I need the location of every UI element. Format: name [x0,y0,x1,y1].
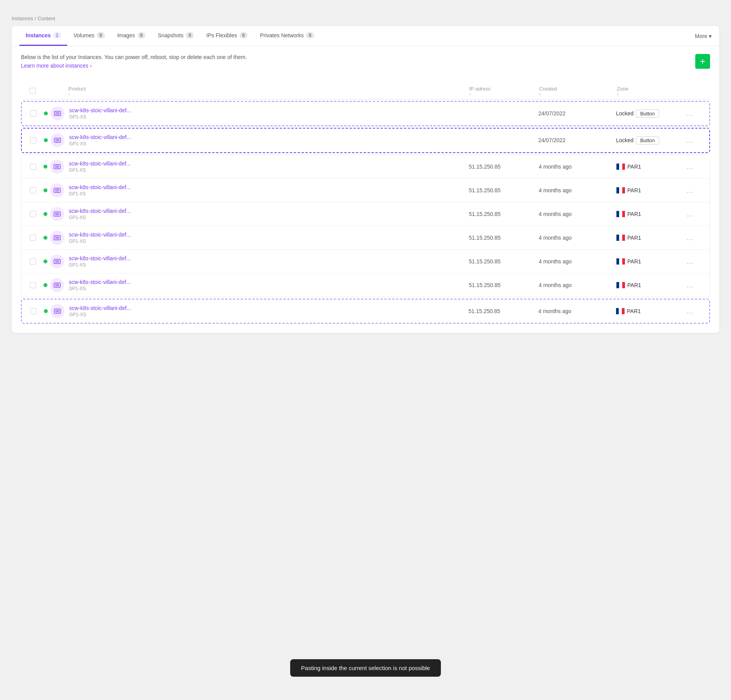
toast-message: Pasting inside the current selection is … [290,659,441,677]
zone-cell-5: PAR1 [616,211,686,217]
svg-point-23 [57,285,57,286]
row-more-button-2[interactable]: … [686,136,693,145]
status-indicator-3 [44,165,47,169]
add-instance-button[interactable]: + [695,54,710,69]
created-cell-6: 4 months ago [539,235,616,241]
instance-icon-3 [50,160,64,174]
instance-name-5[interactable]: scw-k8s-stoic-villani-def... [69,208,469,214]
created-cell-1: 24/07/2022 [538,110,616,117]
tab-snapshots-badge: 8 [186,32,194,38]
row-more-button-8[interactable]: … [686,281,694,289]
tab-ips-label: IPs Flexibles [206,32,237,38]
row-checkbox-5[interactable] [30,211,36,217]
created-cell-7: 4 months ago [539,258,616,265]
row-checkbox-9[interactable] [30,308,37,314]
svg-point-26 [57,311,58,312]
row-more-button-9[interactable]: … [686,307,693,315]
instance-icon-1 [50,106,64,120]
zone-cell-6: PAR1 [616,235,686,241]
zone-cell-3: PAR1 [616,164,686,170]
table-row: scw-k8s-stoic-villani-def...GP1-XS 51.15… [21,250,710,273]
tab-images[interactable]: Images 8 [111,26,152,46]
row-checkbox-1[interactable] [30,110,37,117]
zone-header: Zone [617,86,687,92]
row-checkbox-6[interactable] [30,235,36,241]
breadcrumb: Instances / Content [12,16,719,21]
ip-sort-icon[interactable]: ▵ [469,92,539,96]
row-more-button-5[interactable]: … [686,210,694,218]
table-row: scw-k8s-stoic-villani-def...GP1-XS 51.15… [22,300,709,323]
ip-cell-4: 51.15.250.85 [469,187,539,193]
row-checkbox-7[interactable] [30,258,36,265]
created-cell-9: 4 months ago [538,308,616,314]
tab-instances-label: Instances [26,32,51,38]
row-checkbox-4[interactable] [30,187,36,193]
table-row: scw-k8s-stoic-villani-def... GP1-XS 24/0… [22,102,709,125]
ip-header: IP adress [469,86,539,92]
france-flag-icon [616,164,625,170]
tab-snapshots-label: Snapshots [158,32,183,38]
created-cell-3: 4 months ago [539,164,616,170]
row-more-button-7[interactable]: … [686,258,694,266]
tab-images-badge: 8 [137,32,146,38]
instance-name-2[interactable]: scw-k8s-stoic-villani-def... [69,134,468,140]
row-checkbox-2[interactable] [30,137,37,143]
row-group-1: scw-k8s-stoic-villani-def... GP1-XS 24/0… [21,101,710,126]
instance-type-9: GP1-XS [69,312,468,317]
table-row: scw-k8s-stoic-villani-def... GP1-XS 24/0… [22,129,709,152]
zone-cell-9: PAR1 [616,308,686,314]
zone-cell-2: Locked Button [616,136,686,145]
row-more-button-3[interactable]: … [686,163,694,171]
instance-name-3[interactable]: scw-k8s-stoic-villani-def... [69,160,469,167]
svg-point-11 [57,190,57,191]
row-checkbox-8[interactable] [30,282,36,288]
learn-more-link[interactable]: Learn more about instances › [21,63,92,69]
instance-name-8[interactable]: scw-k8s-stoic-villani-def... [69,279,469,285]
ip-cell-8: 51.15.250.85 [469,282,539,288]
tab-volumes-badge: 8 [97,32,105,38]
ip-cell-5: 51.15.250.85 [469,211,539,217]
instance-name-4[interactable]: scw-k8s-stoic-villani-def... [69,184,469,190]
tab-ips[interactable]: IPs Flexibles 8 [200,26,254,46]
created-cell-2: 24/07/2022 [538,137,616,143]
table-row: scw-k8s-stoic-villani-def...GP1-XS 51.15… [21,273,710,297]
instance-icon-2 [50,133,64,147]
created-sort-icon[interactable]: ▵ [539,92,617,96]
locked-button-2[interactable]: Button [636,136,659,145]
france-flag-icon [616,282,625,288]
status-indicator-4 [44,188,47,192]
tab-snapshots[interactable]: Snapshots 8 [151,26,200,46]
instance-name-6[interactable]: scw-k8s-stoic-villani-def... [69,232,469,238]
more-menu[interactable]: More ▾ [695,33,712,39]
instance-name-7[interactable]: scw-k8s-stoic-villani-def... [69,255,469,261]
status-indicator-7 [44,259,47,263]
instance-name-9[interactable]: scw-k8s-stoic-villani-def... [69,305,468,311]
zone-sort-icon[interactable]: ▵ [617,92,687,96]
instance-name-1[interactable]: scw-k8s-stoic-villani-def... [69,107,468,113]
tab-volumes[interactable]: Volumes 8 [67,26,111,46]
row-more-button-4[interactable]: … [686,186,694,195]
svg-point-20 [57,261,57,262]
row-checkbox-3[interactable] [30,164,36,170]
row-more-button-6[interactable]: … [686,234,694,242]
product-sort-icon[interactable]: ▵ [68,92,469,96]
tab-instances[interactable]: Instances 1 [19,26,67,46]
instance-icon-7 [50,254,64,268]
chevron-down-icon: ▾ [709,33,712,39]
row-more-button-1[interactable]: … [686,110,693,118]
ip-cell-3: 51.15.250.85 [469,164,539,170]
svg-point-5 [57,140,58,141]
status-indicator-2 [44,138,48,142]
status-indicator-1 [44,111,48,115]
table-header: Product ▵ IP adress ▵ Created ▵ Zone ▵ [21,83,710,99]
france-flag-icon [616,308,625,314]
zone-cell-4: PAR1 [616,187,686,193]
select-all-checkbox[interactable] [30,88,36,94]
rows-normal-group: scw-k8s-stoic-villani-def...GP1-XS 51.15… [21,155,710,297]
created-header: Created [539,86,617,92]
tab-networks[interactable]: Privates Networks 8 [254,26,320,46]
instance-icon-5 [50,207,64,221]
locked-button-1[interactable]: Button [636,110,659,118]
instance-icon-8 [50,278,64,292]
created-cell-8: 4 months ago [539,282,616,288]
